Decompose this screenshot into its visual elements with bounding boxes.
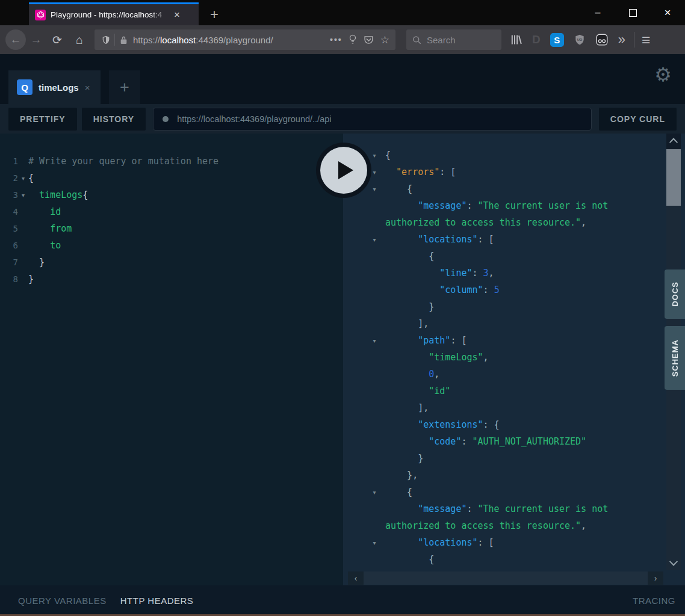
docs-tab[interactable]: DOCS	[665, 270, 685, 319]
svg-text:UO: UO	[577, 38, 582, 42]
code-text: "timeLogs",	[385, 349, 489, 366]
response-line: authorized to access this resource.",	[343, 214, 685, 231]
maximize-button[interactable]	[615, 0, 650, 25]
browser-tab[interactable]: Playground - https://localhost:4 ×	[29, 2, 199, 25]
response-line: "message": "The current user is not	[343, 197, 685, 214]
response-line: ],	[343, 399, 685, 416]
overflow-chevron-icon[interactable]: »	[618, 32, 625, 48]
endpoint-input[interactable]: https://localhost:44369/playground/../ap…	[153, 108, 592, 131]
response-line: authorized to access this resource.",	[343, 517, 685, 534]
code-text: },	[385, 467, 418, 484]
scroll-down-button[interactable]	[666, 555, 681, 570]
response-line: "message": "The current user is not	[343, 500, 685, 517]
scroll-left-button[interactable]: ‹	[348, 571, 364, 585]
query-variables-tab[interactable]: QUERY VARIABLES	[18, 596, 107, 606]
home-button[interactable]: ⌂	[68, 33, 91, 47]
highlights-bulb-icon[interactable]	[349, 34, 357, 45]
navigation-toolbar: ← → ⟳ ⌂ https://localhost:44369/playgrou…	[0, 25, 685, 54]
settings-gear-icon[interactable]: ⚙	[654, 65, 672, 84]
response-line: "extensions": {	[343, 416, 685, 433]
scroll-up-button[interactable]	[666, 134, 681, 149]
code-text: authorized to access this resource.",	[385, 214, 586, 231]
fold-arrow-icon[interactable]: ▾	[367, 152, 382, 159]
fold-arrow-icon[interactable]: ▾	[367, 489, 382, 496]
playground-app: Q timeLogs × + ⚙ PRETTIFY HISTORY https:…	[0, 54, 685, 616]
playground-tab-timelogs[interactable]: Q timeLogs ×	[8, 70, 101, 104]
forward-button[interactable]: →	[26, 33, 46, 46]
reload-button[interactable]: ⟳	[46, 33, 68, 47]
line-number: 8	[0, 274, 18, 284]
pocket-icon[interactable]	[364, 35, 374, 45]
tab-close-icon[interactable]: ×	[170, 9, 184, 21]
code-text: "line": 3,	[385, 265, 494, 282]
fold-arrow-icon[interactable]: ▾	[367, 186, 382, 192]
tracing-tab[interactable]: TRACING	[633, 596, 675, 606]
code-line: 5 from	[0, 220, 343, 237]
chevron-down-icon	[669, 558, 678, 566]
schema-tab[interactable]: SCHEMA	[665, 326, 685, 390]
code-text: "message": "The current user is not	[385, 197, 608, 214]
search-input[interactable]	[426, 34, 488, 46]
response-line: }	[343, 298, 685, 315]
code-text: {	[28, 170, 34, 186]
response-line: "line": 3,	[343, 265, 685, 282]
goggles-extension-icon[interactable]	[595, 33, 609, 46]
minimize-button[interactable]: –	[580, 0, 615, 29]
code-text: {	[385, 248, 434, 265]
http-headers-tab[interactable]: HTTP HEADERS	[120, 596, 194, 606]
line-number: 5	[0, 224, 18, 233]
vertical-scrollbar-thumb[interactable]	[666, 149, 681, 206]
query-editor[interactable]: 1# Write your query or mutation here2▾{3…	[0, 134, 343, 585]
page-actions-icon[interactable]: •••	[330, 35, 342, 45]
url-bar[interactable]: https://localhost:44369/playground/ ••• …	[95, 29, 395, 50]
scroll-right-button[interactable]: ›	[648, 571, 663, 585]
code-text: id	[28, 203, 61, 220]
fold-arrow-icon[interactable]: ▾	[367, 337, 382, 344]
endpoint-status-dot	[163, 116, 169, 122]
response-line: "timeLogs",	[343, 349, 685, 366]
history-button[interactable]: HISTORY	[82, 108, 146, 131]
playground-new-tab-button[interactable]: +	[109, 70, 140, 104]
library-icon[interactable]	[510, 34, 522, 46]
horizontal-scrollbar[interactable]: ‹ ›	[348, 571, 663, 585]
line-number: 6	[0, 241, 18, 250]
code-text: }	[28, 254, 45, 271]
search-icon	[412, 35, 421, 45]
back-button[interactable]: ←	[5, 29, 26, 50]
code-line: 6 to	[0, 237, 343, 254]
url-text: https://localhost:44369/playground/	[133, 35, 273, 45]
code-text: "code": "AUTH_NOT_AUTHORIZED"	[385, 433, 586, 450]
browser-tab-title: Playground - https://localhost:4	[51, 10, 169, 19]
code-line: 4 id	[0, 203, 343, 220]
playground-tab-close-icon[interactable]: ×	[85, 82, 90, 93]
code-text: "locations": [	[385, 534, 494, 551]
code-line: 2▾{	[0, 170, 343, 186]
prettify-button[interactable]: PRETTIFY	[8, 108, 77, 131]
maximize-icon	[629, 9, 637, 17]
playground-main: 1# Write your query or mutation here2▾{3…	[0, 134, 685, 585]
fold-arrow-icon[interactable]: ▾	[367, 540, 382, 546]
tracking-shield-icon[interactable]	[101, 35, 111, 45]
response-line: ▾{	[343, 147, 685, 164]
code-text: }	[28, 271, 34, 288]
fold-arrow-icon[interactable]: ▾	[18, 175, 28, 182]
menu-icon[interactable]: ≡	[642, 31, 651, 49]
new-browser-tab-button[interactable]: +	[203, 6, 225, 23]
close-window-button[interactable]: ×	[650, 0, 685, 25]
fold-arrow-icon[interactable]: ▾	[367, 236, 382, 243]
lock-icon[interactable]	[120, 35, 128, 45]
code-text: # Write your query or mutation here	[28, 153, 219, 170]
code-text: {	[385, 551, 434, 568]
playground-tabstrip: Q timeLogs × + ⚙	[0, 54, 685, 104]
execute-query-button[interactable]	[316, 143, 371, 198]
response-line: {	[343, 248, 685, 265]
playground-tab-label: timeLogs	[39, 82, 79, 93]
ublock-shield-icon[interactable]: UO	[574, 34, 586, 46]
skype-extension-icon[interactable]: S	[550, 33, 564, 47]
copy-curl-button[interactable]: COPY CURL	[599, 108, 677, 131]
search-bar[interactable]	[406, 29, 501, 50]
extension-d-icon[interactable]: D	[532, 33, 541, 46]
bottom-bar: QUERY VARIABLES HTTP HEADERS TRACING	[0, 585, 685, 616]
bookmark-star-icon[interactable]: ☆	[380, 34, 389, 46]
fold-arrow-icon[interactable]: ▾	[18, 192, 28, 199]
